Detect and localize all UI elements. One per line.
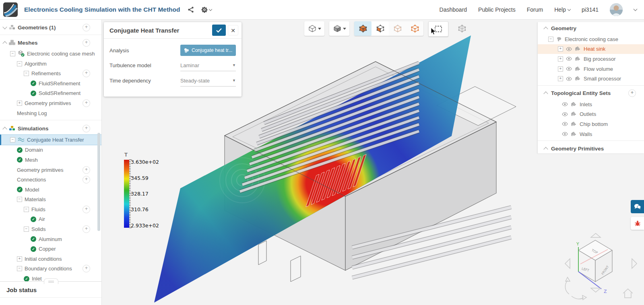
rotate-down-arrow[interactable] bbox=[591, 288, 601, 292]
rotate-left-arrow[interactable] bbox=[565, 259, 570, 268]
eye-visibility-icon[interactable] bbox=[566, 67, 572, 71]
close-icon[interactable]: ✕ bbox=[228, 25, 238, 35]
tree-item-copper[interactable]: ✓Copper bbox=[0, 244, 101, 254]
topological-entity-sets-header[interactable]: Topological Entity Sets + bbox=[538, 87, 644, 99]
avatar[interactable] bbox=[610, 3, 623, 16]
analysis-type-button[interactable]: Conjugate heat tr... bbox=[180, 45, 236, 56]
collapse-icon[interactable]: − bbox=[10, 51, 15, 56]
orientation-cube[interactable]: TOP LEFT FRONT Y Z bbox=[559, 229, 644, 305]
tree-item-meshing-log[interactable]: Meshing Log bbox=[0, 108, 101, 118]
expand-icon[interactable]: + bbox=[17, 101, 22, 106]
eye-visibility-icon[interactable] bbox=[562, 112, 568, 116]
tree-item-boundary-conditions[interactable]: −Boundary conditions+ bbox=[0, 264, 101, 274]
add-item-button[interactable]: + bbox=[83, 265, 90, 272]
tree-item-geometry-primitives[interactable]: +Geometry primitives+ bbox=[0, 98, 101, 108]
chevron-up-icon[interactable] bbox=[2, 127, 7, 131]
expand-icon[interactable]: + bbox=[17, 256, 22, 262]
tree-item-domain[interactable]: ✓Domain bbox=[0, 145, 101, 155]
collapse-icon[interactable]: − bbox=[548, 37, 553, 42]
time-dependency-select[interactable]: Steady-state ▼ bbox=[180, 75, 236, 87]
collapse-icon[interactable]: − bbox=[24, 71, 29, 76]
add-item-button[interactable]: + bbox=[83, 39, 90, 47]
tree-item-solids[interactable]: −Solids+ bbox=[0, 224, 101, 234]
tree-item-flow-volume[interactable]: +Flow volume bbox=[538, 64, 644, 74]
nav-dashboard[interactable]: Dashboard bbox=[440, 6, 467, 13]
add-item-button[interactable]: + bbox=[83, 99, 90, 107]
add-item-button[interactable]: + bbox=[83, 70, 90, 77]
left-panel-scrollbar[interactable] bbox=[97, 133, 100, 231]
collapse-icon[interactable]: − bbox=[17, 61, 22, 66]
box-select-button[interactable] bbox=[428, 21, 448, 37]
tree-item-connections[interactable]: Connections+ bbox=[0, 175, 101, 185]
tree-item-fluidsrefinement[interactable]: ✓FluidSRefinement bbox=[0, 78, 101, 89]
roll-ccw-arrow[interactable] bbox=[565, 280, 569, 294]
rotate-right-arrow[interactable] bbox=[632, 259, 637, 268]
eye-visibility-icon[interactable] bbox=[566, 57, 572, 61]
tree-item-electronic-cooling-case-mesh[interactable]: −Electronic cooling case mesh bbox=[0, 49, 101, 59]
tree-item-model[interactable]: ✓Model bbox=[0, 185, 101, 195]
tree-item-algorithm[interactable]: −Algorithm bbox=[0, 59, 101, 69]
select-face-button[interactable] bbox=[372, 21, 389, 36]
turbulence-model-select[interactable]: Laminar ▼ bbox=[180, 60, 236, 71]
view-orientation-cube-button[interactable] bbox=[304, 21, 324, 36]
tree-item-materials[interactable]: −Materials bbox=[0, 195, 101, 205]
eye-visibility-icon[interactable] bbox=[566, 77, 572, 81]
geometry-primitives-header[interactable]: Geometry Primitives bbox=[538, 142, 644, 155]
select-vertex-button[interactable] bbox=[406, 21, 423, 36]
panel-resize-handle[interactable] bbox=[44, 278, 58, 284]
tree-item-walls[interactable]: Walls bbox=[538, 129, 644, 139]
collapse-icon[interactable]: − bbox=[24, 227, 29, 232]
geometry-section-header[interactable]: Geometry bbox=[538, 22, 644, 34]
tree-item-refinements[interactable]: −Refinements+ bbox=[0, 68, 101, 78]
tree-item-inlets[interactable]: Inlets bbox=[538, 99, 644, 109]
add-item-button[interactable]: + bbox=[83, 206, 90, 213]
tree-item-initial-conditions[interactable]: +Initial conditions bbox=[0, 254, 101, 264]
eye-visibility-icon[interactable] bbox=[566, 47, 572, 51]
bug-report-button[interactable] bbox=[631, 217, 644, 230]
tree-item-aluminum[interactable]: ✓Aluminum bbox=[0, 234, 101, 244]
tree-item-small-processor[interactable]: +Small processor bbox=[538, 74, 644, 84]
section-geometries-1[interactable]: Geometries (1)+ bbox=[0, 23, 101, 33]
select-volume-button[interactable] bbox=[354, 21, 372, 36]
chevron-down-icon[interactable] bbox=[2, 25, 7, 29]
collapse-icon[interactable]: − bbox=[17, 197, 22, 202]
eye-visibility-icon[interactable] bbox=[562, 132, 568, 136]
expand-icon[interactable]: + bbox=[558, 66, 563, 72]
tree-item-heat-sink[interactable]: +Heat sink bbox=[538, 44, 644, 54]
collapse-icon[interactable]: − bbox=[24, 207, 29, 212]
tree-item-solidsrefinement[interactable]: ✓SolidSRefinement bbox=[0, 89, 101, 99]
select-edge-button[interactable] bbox=[389, 21, 406, 36]
tree-item-air[interactable]: ✓Air bbox=[0, 214, 101, 225]
tree-item-electronic-cooling-case[interactable]: −Electronic cooling case bbox=[538, 34, 644, 44]
tree-item-fluids[interactable]: −Fluids+ bbox=[0, 204, 101, 214]
share-icon[interactable] bbox=[188, 6, 194, 13]
tree-item-outlets[interactable]: Outlets bbox=[538, 109, 644, 120]
nav-public-projects[interactable]: Public Projects bbox=[478, 6, 516, 13]
collapse-icon[interactable]: − bbox=[10, 137, 15, 142]
nav-help[interactable]: Help bbox=[554, 6, 570, 13]
section-meshes[interactable]: Meshes+ bbox=[0, 35, 101, 49]
collapse-icon[interactable]: − bbox=[17, 266, 22, 271]
eye-visibility-icon[interactable] bbox=[562, 102, 568, 106]
add-item-button[interactable]: + bbox=[83, 225, 90, 233]
add-entity-set-button[interactable]: + bbox=[628, 89, 636, 97]
confirm-button[interactable] bbox=[212, 25, 226, 36]
section-simulations[interactable]: Simulations+ bbox=[0, 120, 101, 134]
tree-item-geometry-primitives[interactable]: Geometry primitives+ bbox=[0, 165, 101, 175]
rotate-up-arrow[interactable] bbox=[591, 233, 601, 237]
render-mode-button[interactable] bbox=[329, 21, 349, 36]
expand-icon[interactable]: + bbox=[558, 76, 563, 81]
chevron-up-icon[interactable] bbox=[2, 41, 7, 45]
nav-forum[interactable]: Forum bbox=[527, 6, 543, 13]
home-view-icon[interactable] bbox=[623, 289, 633, 298]
settings-gear-icon[interactable] bbox=[201, 6, 212, 13]
username[interactable]: pi3141 bbox=[582, 6, 599, 13]
tree-item-big-processor[interactable]: +Big processor bbox=[538, 54, 644, 64]
eye-visibility-icon[interactable] bbox=[562, 122, 568, 126]
add-item-button[interactable]: + bbox=[83, 24, 90, 31]
chat-button[interactable] bbox=[631, 200, 644, 213]
add-item-button[interactable]: + bbox=[83, 125, 90, 132]
roll-cw-arrow[interactable] bbox=[572, 296, 584, 299]
expand-icon[interactable]: + bbox=[558, 56, 563, 62]
tree-item-mesh[interactable]: ✓Mesh bbox=[0, 155, 101, 165]
